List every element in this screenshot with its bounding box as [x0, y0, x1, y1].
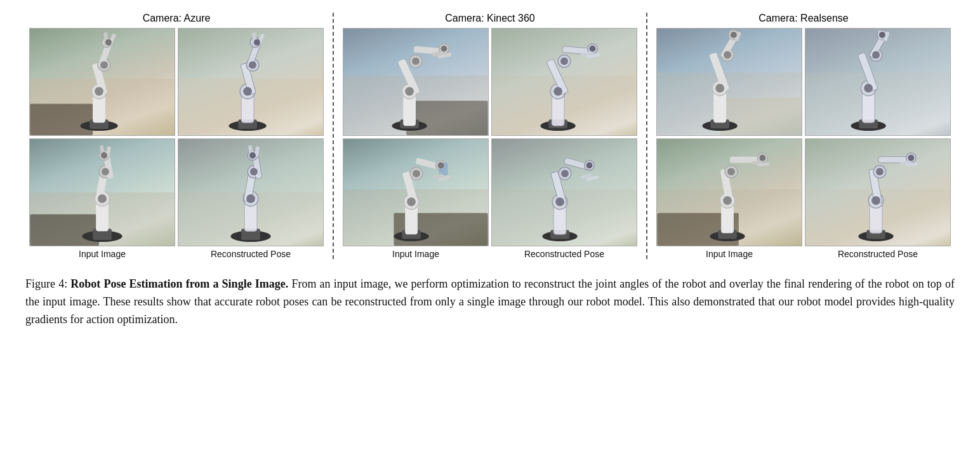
- svg-point-144: [872, 51, 880, 59]
- svg-point-56: [250, 168, 258, 175]
- image-row-azure-bottom: [25, 138, 328, 246]
- kinect-reconstructed-bottom: [491, 138, 637, 246]
- image-pair-rows-kinect: [339, 28, 641, 246]
- svg-point-130: [724, 51, 731, 59]
- image-row-azure-top: [25, 28, 328, 136]
- realsense-input-caption: Input Image: [656, 249, 802, 259]
- kinect-input-bottom: [343, 138, 489, 246]
- azure-captions: Input Image Reconstructed Pose: [29, 249, 324, 259]
- kinect-input-caption: Input Image: [343, 249, 489, 259]
- svg-point-72: [441, 46, 447, 52]
- svg-point-12: [95, 87, 103, 96]
- azure-input-top: [29, 28, 175, 136]
- azure-recon-caption: Reconstructed Pose: [178, 249, 324, 259]
- svg-point-85: [560, 57, 568, 65]
- azure-input-bottom: [29, 138, 175, 246]
- figure-caption: Figure 4: Robot Pose Estimation from a S…: [25, 276, 955, 329]
- svg-point-86: [590, 46, 596, 52]
- realsense-recon-caption: Reconstructed Pose: [805, 249, 951, 259]
- svg-point-145: [879, 32, 885, 38]
- svg-point-160: [759, 155, 765, 161]
- kinect-reconstructed-top: [491, 28, 637, 136]
- svg-rect-30: [30, 215, 99, 246]
- svg-point-28: [254, 39, 260, 46]
- image-row-realsense-top: [652, 28, 955, 136]
- svg-point-13: [100, 61, 108, 69]
- svg-point-159: [727, 168, 735, 175]
- svg-point-84: [553, 87, 562, 96]
- svg-point-158: [723, 196, 732, 205]
- camera-label-realsense: Camera: Realsense: [758, 13, 848, 24]
- realsense-captions: Input Image Reconstructed Pose: [656, 249, 951, 259]
- kinect-input-top: [343, 28, 489, 136]
- figure-label: Figure 4:: [25, 277, 67, 290]
- figure-title: Robot Pose Estimation from a Single Imag…: [70, 277, 288, 290]
- svg-point-71: [412, 57, 420, 65]
- figure-container: Camera: Azure: [25, 13, 955, 329]
- azure-input-caption: Input Image: [29, 249, 175, 259]
- svg-rect-1: [30, 104, 93, 135]
- svg-point-174: [908, 155, 914, 161]
- svg-point-55: [246, 194, 255, 203]
- realsense-input-bottom: [656, 138, 802, 246]
- azure-reconstructed-top: [178, 28, 324, 136]
- svg-point-27: [249, 61, 256, 69]
- svg-point-143: [864, 84, 873, 93]
- azure-reconstructed-bottom: [178, 138, 324, 246]
- kinect-recon-caption: Reconstructed Pose: [491, 249, 637, 259]
- svg-point-14: [105, 39, 112, 46]
- kinect-captions: Input Image Reconstructed Pose: [343, 249, 637, 259]
- svg-point-173: [876, 168, 884, 175]
- svg-point-41: [98, 194, 107, 203]
- realsense-input-top: [656, 28, 802, 136]
- svg-point-101: [413, 170, 420, 177]
- svg-rect-118: [720, 98, 801, 135]
- svg-point-57: [249, 152, 256, 159]
- svg-point-70: [405, 87, 414, 96]
- image-row-kinect-top: [339, 28, 641, 136]
- camera-group-azure: Camera: Azure: [25, 13, 334, 259]
- image-pair-rows-realsense: [652, 28, 955, 246]
- svg-point-26: [243, 87, 252, 96]
- svg-point-42: [102, 168, 109, 175]
- svg-point-116: [586, 163, 593, 169]
- image-row-kinect-bottom: [339, 138, 641, 246]
- camera-label-kinect: Camera: Kinect 360: [445, 13, 534, 24]
- camera-group-realsense: Camera: Realsense: [652, 13, 955, 259]
- image-row-realsense-bottom: [652, 138, 955, 246]
- image-pair-rows-azure: [25, 28, 328, 246]
- camera-label-azure: Camera: Azure: [143, 13, 211, 24]
- svg-point-102: [438, 163, 444, 169]
- cameras-section: Camera: Azure: [25, 13, 955, 259]
- realsense-reconstructed-bottom: [805, 138, 951, 246]
- svg-point-172: [871, 196, 880, 205]
- svg-point-115: [561, 170, 569, 177]
- svg-point-43: [101, 152, 107, 159]
- svg-point-100: [407, 197, 416, 206]
- svg-point-114: [555, 197, 564, 206]
- svg-point-131: [731, 32, 737, 38]
- camera-group-kinect: Camera: Kinect 360: [339, 13, 647, 259]
- realsense-reconstructed-top: [805, 28, 951, 136]
- svg-point-129: [715, 84, 724, 93]
